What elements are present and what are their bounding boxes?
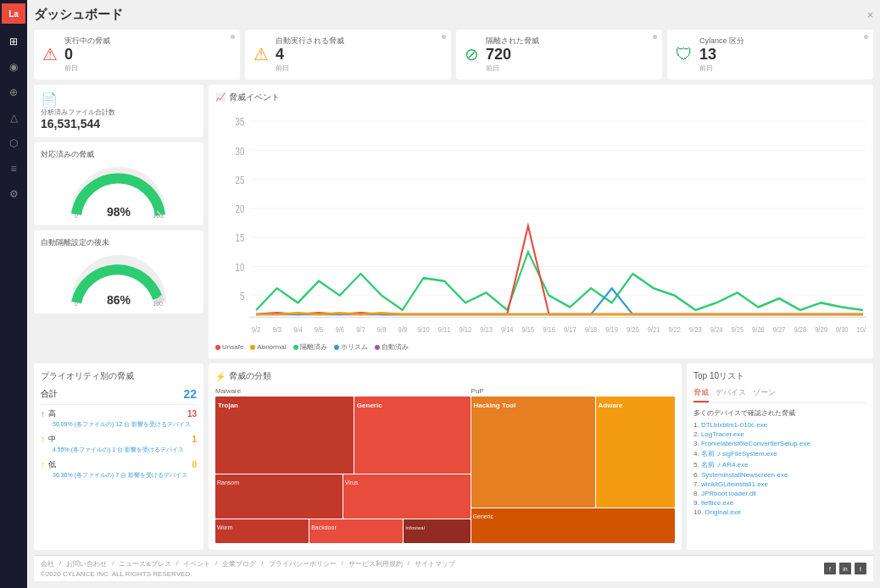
svg-text:9/2: 9/2 [252, 325, 261, 334]
top10-panel: Top 10リスト 脅威 デバイス ゾーン 多くのデバイスで確認された脅威 DT… [687, 363, 873, 550]
threat-panel: ⚡ 脅威の分類 Malware Trojan Ge [209, 363, 682, 550]
svg-text:9/8: 9/8 [377, 325, 387, 334]
gauge-min-2: 0 [75, 301, 78, 307]
svg-text:20: 20 [236, 203, 245, 214]
footer-link-6[interactable]: サービス利用規約 [348, 559, 403, 569]
svg-text:9/23: 9/23 [689, 325, 702, 334]
linkedin-icon[interactable]: in [839, 563, 851, 574]
gauge-wrap-1: 98% 0 100 [68, 164, 170, 219]
svg-text:15: 15 [236, 232, 245, 243]
main-content: ダッシュボード × ⚠ 実行中の脅威 0 前日 ⚠ 自動実行される脅威 4 前日 [27, 0, 880, 588]
file-label: 分析済みファイル合計数 [41, 108, 197, 117]
list-item-5[interactable]: 名前 ./ AR4.exe [693, 460, 866, 469]
tab-devices[interactable]: デバイス [716, 387, 746, 402]
sidebar-icon-home[interactable]: ⊞ [3, 31, 24, 52]
footer-link-3[interactable]: イベント [183, 559, 210, 569]
footer-link-0[interactable]: 会社 [41, 559, 54, 569]
list-item-2[interactable]: LogTracer.exe [693, 430, 866, 438]
left-panel: 📄 分析済みファイル合計数 16,531,544 対応済みの脅威 [34, 85, 203, 358]
malware-label: Malware [215, 387, 471, 395]
footer-link-1[interactable]: お問い合わせ [66, 559, 107, 569]
top10-list: DTLblxbtm1-010c.exe LogTracer.exe Fromel… [693, 421, 866, 516]
shield-icon: 🛡 [676, 45, 693, 64]
tab-threats[interactable]: 脅威 [693, 387, 709, 402]
footer-link-7[interactable]: サイトマップ [415, 559, 455, 569]
priority-name-low: 低 [48, 459, 188, 470]
file-icon: 📄 [41, 92, 197, 108]
page-title: ダッシュボード [34, 7, 123, 23]
svg-text:9/7: 9/7 [356, 325, 365, 334]
treemap-virus: Virus [343, 474, 471, 518]
svg-text:9/10: 9/10 [417, 325, 430, 334]
top10-section-label: 多くのデバイスで確認された脅威 [693, 408, 866, 418]
sidebar-icon-triangle[interactable]: △ [3, 108, 24, 128]
pup-section: PuP Hacking Tool Adware Gener [471, 387, 675, 543]
sidebar-icon-gear[interactable]: ⚙ [3, 184, 24, 204]
svg-text:9/24: 9/24 [710, 325, 723, 334]
gauge-max-2: 100 [153, 301, 163, 307]
arrow-up-yellow: ↑ [41, 460, 45, 469]
svg-text:5: 5 [240, 291, 244, 302]
priority-num-low: 0 [192, 460, 197, 469]
warning-icon-orange: ⚠ [253, 44, 269, 64]
footer-link-2[interactable]: ニュース&プレス [119, 559, 170, 569]
sidebar-icon-menu[interactable]: ≡ [3, 158, 24, 179]
svg-text:9/6: 9/6 [336, 325, 345, 334]
stat-label-0: 実行中の脅威 [64, 36, 110, 46]
treemap-adware: Adware [596, 397, 675, 508]
priority-desc-low: 36.36% (各ファイルの) 7 台 影響を受けるデバイス [53, 471, 197, 480]
svg-text:10: 10 [236, 261, 245, 272]
file-value: 16,531,544 [41, 117, 197, 130]
list-item-3[interactable]: Fromelaterst6leConvertterSetup.exe [693, 440, 866, 447]
list-item-6[interactable]: SysteminstallNewscreen.exe [693, 471, 866, 479]
facebook-icon[interactable]: f [824, 563, 836, 574]
list-item-7[interactable]: winkitGLiteinstall1.exe [693, 480, 866, 488]
svg-text:9/16: 9/16 [543, 325, 555, 334]
list-item-9[interactable]: fieftico.exe [693, 499, 866, 507]
list-item-4[interactable]: 名前 ./ sigFileSystem.exe [693, 449, 866, 458]
list-item-8[interactable]: JPRboot.loader.dll [693, 490, 866, 497]
priority-desc-high: 56.09% (各ファイルの) 12 台 影響を受けるデバイス [53, 420, 197, 429]
priority-desc-mid: 4.55% (各ファイルの) 1 台 影響を受けるデバイス [53, 446, 197, 454]
priority-total: 合計 22 [41, 387, 197, 405]
svg-text:9/14: 9/14 [501, 325, 514, 334]
svg-text:10/1: 10/1 [857, 325, 866, 334]
tab-zones[interactable]: ゾーン [753, 387, 776, 402]
list-item-10[interactable]: Original.exe [693, 508, 866, 516]
sidebar-icon-hex[interactable]: ⬡ [3, 133, 24, 153]
chart-legend: Unsafe Abnormal 隔離済み ホリスム [215, 342, 866, 352]
warning-icon-red: ⚠ [42, 44, 58, 64]
priority-item-low: ↑ 低 0 36.36% (各ファイルの) 7 台 影響を受けるデバイス [41, 459, 197, 480]
sidebar-icon-add[interactable]: ⊕ [3, 82, 24, 103]
priority-num-mid: 1 [192, 435, 197, 444]
file-card: 📄 分析済みファイル合計数 16,531,544 [34, 85, 203, 137]
sidebar: La ⊞ ◉ ⊕ △ ⬡ ≡ ⚙ [0, 0, 27, 588]
priority-title: プライオリティ別の脅威 [41, 370, 197, 382]
footer-link-4[interactable]: 企業ブログ [222, 559, 256, 569]
stat-card-cylance: 🛡 Cylance 区分 13 前日 [667, 30, 873, 80]
treemap-worm: Worm [215, 519, 309, 544]
list-item-1[interactable]: DTLblxbtm1-010c.exe [693, 421, 866, 429]
priority-panel: プライオリティ別の脅威 合計 22 ↑ 高 13 56.09% (各ファイルの)… [34, 363, 203, 550]
gauge-max-1: 100 [153, 213, 163, 219]
priority-num-high: 13 [187, 409, 197, 419]
close-icon[interactable]: × [867, 9, 873, 21]
svg-text:9/29: 9/29 [815, 325, 827, 334]
svg-text:30: 30 [236, 145, 245, 156]
header: ダッシュボード × [34, 7, 873, 23]
svg-text:9/27: 9/27 [773, 325, 786, 334]
treemap-backdoor: Backdoor [309, 519, 403, 544]
svg-text:9/28: 9/28 [794, 325, 807, 334]
sidebar-icon-circle[interactable]: ◉ [3, 57, 24, 77]
sidebar-logo[interactable]: La [2, 3, 25, 24]
bottom-row: プライオリティ別の脅威 合計 22 ↑ 高 13 56.09% (各ファイルの)… [34, 363, 873, 550]
malware-section: Malware Trojan Generic [215, 387, 471, 543]
stat-card-running: ⚠ 実行中の脅威 0 前日 [34, 30, 240, 80]
footer-link-5[interactable]: プライバシーポリシー [269, 559, 337, 569]
svg-text:9/20: 9/20 [627, 325, 639, 334]
top10-tabs: 脅威 デバイス ゾーン [693, 387, 866, 403]
gauge-label-1: 対応済みの脅威 [41, 149, 94, 160]
stat-dot-2 [653, 35, 657, 39]
twitter-icon[interactable]: t [855, 563, 866, 574]
priority-item-high: ↑ 高 13 56.09% (各ファイルの) 12 台 影響を受けるデバイス [41, 408, 197, 429]
